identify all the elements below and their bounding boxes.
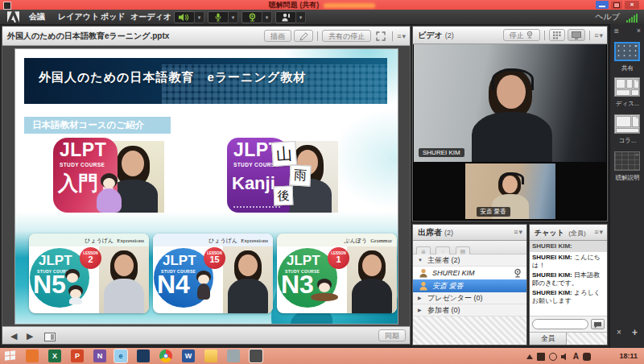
attendee-avatar-icon — [419, 281, 428, 291]
layout-add-icon[interactable]: + — [632, 327, 638, 338]
taskbar-app-word-icon[interactable]: W — [182, 350, 195, 362]
attendees-pod-menu[interactable]: ≡▾ — [514, 228, 523, 236]
layout-delete-icon[interactable]: × — [617, 328, 621, 337]
webcam-dropdown[interactable]: ▾ — [262, 11, 272, 23]
taskbar-app-dark-icon[interactable] — [137, 350, 150, 362]
status-button[interactable] — [275, 11, 296, 23]
expanded-icon: ▼ — [418, 254, 423, 267]
attendee-row[interactable]: SHUREI KIM — [413, 267, 526, 279]
speaker-button[interactable] — [174, 11, 195, 23]
tray-volume-icon[interactable] — [561, 353, 569, 361]
minimize-button[interactable] — [596, 1, 609, 9]
start-button[interactable] — [5, 350, 16, 361]
taskbar-app-office-icon[interactable] — [26, 350, 39, 362]
taskbar-clock[interactable]: 18:11 — [619, 348, 638, 364]
taskbar-app-powerpoint-icon[interactable]: P — [71, 350, 84, 362]
fullscreen-button[interactable] — [374, 31, 388, 41]
menu-help[interactable]: ヘルプ — [595, 10, 620, 24]
group-participants[interactable]: ▶ 参加者 (0) — [413, 304, 526, 316]
cartoon-character — [311, 279, 338, 303]
filmstrip-view-button[interactable] — [568, 29, 585, 41]
taskbar-app-connect-active-icon[interactable] — [250, 350, 262, 362]
menu-pods[interactable]: ポッド — [101, 10, 126, 24]
webcam-button[interactable] — [242, 11, 262, 23]
chat-bubble-icon — [593, 321, 602, 329]
microphone-icon — [214, 13, 222, 22]
layout-label: 聴解説明 — [610, 174, 644, 182]
sync-button[interactable]: 同期 — [378, 329, 406, 341]
previous-slide-button[interactable]: ◀ — [10, 327, 17, 345]
chat-pod-header: チャット (全員) ≡▾ — [530, 225, 607, 241]
next-slide-button[interactable]: ▶ — [27, 327, 33, 345]
tray-app-icon[interactable] — [537, 353, 545, 361]
microphone-button[interactable] — [208, 11, 229, 23]
grid-view-button[interactable] — [549, 29, 565, 41]
chat-pod-menu[interactable]: ≡▾ — [594, 228, 604, 236]
main-video-nametag: SHUREI KIM — [419, 148, 464, 157]
share-pod-menu[interactable]: ≡▾ — [397, 32, 407, 40]
card-category: ひょうげんExpressions — [29, 234, 149, 246]
stop-webcam-button[interactable]: 停止 — [503, 29, 541, 41]
menu-audio[interactable]: オーディオ — [130, 10, 171, 24]
layouts-sidebar: ≡ × × 共有 × ディス... × コラ... × 聴解説明 × + — [609, 24, 644, 348]
status-dropdown[interactable]: ▾ — [295, 11, 306, 23]
presenter-photo — [347, 246, 397, 313]
kanji-tile: 山 — [271, 141, 297, 167]
attendee-row-selected[interactable]: 安斎 愛香 — [413, 279, 526, 292]
taskbar-app-onenote-icon[interactable]: N — [93, 350, 106, 362]
presenter-silhouette — [347, 246, 397, 313]
layout-thumb-collaboration[interactable]: × — [614, 114, 640, 134]
layout-label: コラ... — [610, 137, 644, 145]
stop-sharing-button[interactable]: 共有の停止 — [322, 30, 371, 42]
layouts-close-icon[interactable]: × — [637, 27, 641, 35]
layout-thumb-share[interactable]: × — [614, 42, 640, 61]
pencil-icon — [299, 32, 308, 41]
pointer-button[interactable] — [294, 30, 313, 42]
chat-message: SHUREI KIM: こんにちは！ — [530, 252, 607, 270]
attendees-toolbar: ≣ ⁘ ▤ — [413, 241, 526, 254]
slide-title: 外国人のための日本語教育 eラーニング教材 — [39, 70, 306, 85]
tray-network-icon[interactable] — [549, 353, 557, 361]
speaker-dropdown[interactable]: ▾ — [194, 11, 204, 23]
group-hosts[interactable]: ▼ 主催者 (2) — [413, 254, 526, 267]
attendee-webcam-icon — [513, 268, 522, 278]
taskbar-file-explorer-icon[interactable] — [204, 350, 217, 362]
tray-show-hidden-icon[interactable] — [526, 354, 533, 359]
draw-button[interactable]: 描画 — [264, 30, 291, 42]
layouts-menu-icon[interactable]: ≡ — [614, 27, 619, 35]
taskbar-app-media-icon[interactable] — [227, 350, 240, 362]
microphone-dropdown[interactable]: ▾ — [228, 11, 238, 23]
menu-layout[interactable]: レイアウト — [58, 10, 99, 24]
lesson-badge: LESSON 2 — [80, 247, 101, 269]
chat-input[interactable] — [532, 319, 588, 329]
redacted-text — [324, 3, 375, 8]
layout-thumb-discussion[interactable]: × — [614, 77, 640, 97]
close-button[interactable]: × — [625, 1, 639, 9]
layout-label: ディス... — [610, 100, 644, 108]
tray-action-center-icon[interactable] — [583, 353, 591, 361]
attendees-count: (2) — [444, 229, 453, 237]
group-presenters[interactable]: ▶ プレゼンター (0) — [413, 292, 526, 304]
share-pod: 外国人のための日本語教育eラーニング.pptx 描画 共有の停止 ≡▾ — [2, 26, 411, 345]
restore-button[interactable] — [611, 1, 622, 9]
chat-message: SHUREI KIM: — [530, 241, 607, 252]
adobe-connect-window: 聴解問題 (共有) × 会議 レイアウト ポッド オーディオ ▾ ▾ — [0, 0, 644, 364]
window-titlebar: 聴解問題 (共有) × — [0, 0, 644, 10]
video-pod-menu[interactable]: ≡▾ — [594, 31, 604, 39]
tray-ime-indicator[interactable]: A — [573, 352, 579, 361]
window-title-text: 聴解問題 (共有) — [269, 1, 320, 9]
taskbar-app-chrome-icon[interactable] — [159, 350, 172, 362]
sidebar-toggle-button[interactable] — [44, 333, 56, 341]
adobe-logo-icon — [7, 11, 19, 23]
chat-tab-everyone[interactable]: 全員 — [530, 333, 567, 345]
lesson-badge: LESSON 1 — [328, 247, 349, 269]
chat-send-button[interactable] — [591, 319, 605, 329]
taskbar-app-excel-icon[interactable]: X — [48, 350, 61, 362]
chat-pod: チャット (全員) ≡▾ SHUREI KIM: SHUREI KIM: こんに… — [529, 224, 608, 345]
menu-meeting[interactable]: 会議 — [29, 10, 45, 24]
taskbar-app-ie-icon[interactable]: e — [114, 350, 127, 362]
video-pod-title: ビデオ — [418, 31, 443, 39]
share-pod-header: 外国人のための日本語教育eラーニング.pptx 描画 共有の停止 ≡▾ — [2, 27, 410, 46]
layout-thumb-custom[interactable]: × — [614, 151, 640, 171]
chat-tabs: 全員 — [530, 332, 607, 345]
